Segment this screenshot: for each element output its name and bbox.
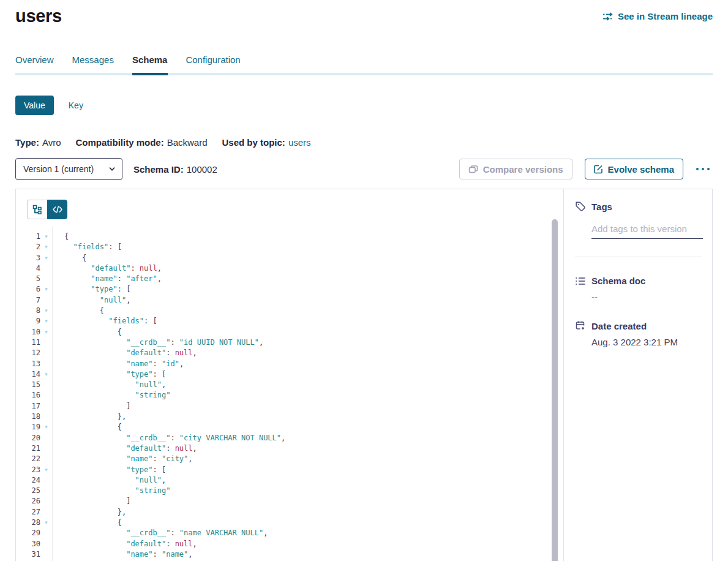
code-line: 27 }, [16, 507, 563, 518]
code-line: 12 "default": null, [16, 348, 563, 358]
edit-icon [594, 165, 603, 174]
tabs-row: OverviewMessagesSchemaConfiguration [15, 55, 713, 73]
key-toggle-button[interactable]: Key [69, 100, 83, 110]
line-number: 20 [16, 433, 40, 443]
fold-arrow-icon[interactable]: ▾ [40, 232, 52, 242]
tab-underline-track [15, 73, 713, 75]
more-actions-button[interactable] [693, 165, 713, 173]
schema-doc-heading: Schema doc [575, 276, 702, 286]
sidebar-divider [575, 257, 702, 257]
schema-editor: 1▾{2▾ "fields": [3▾ {4 "default": null,5… [16, 189, 563, 561]
date-created-heading: Date created [575, 320, 702, 331]
line-number: 24 [16, 475, 40, 486]
line-number: 19 [16, 422, 40, 432]
tags-section: Tags [575, 201, 702, 239]
code-view-button[interactable] [47, 200, 67, 219]
code-line: 30 "default": null, [16, 539, 563, 549]
code-text: "__crdb__": "id UUID NOT NULL", [52, 337, 263, 348]
line-number: 1 [16, 232, 40, 242]
code-text: "default": null, [52, 263, 162, 274]
code-line: 16 "string" [16, 390, 563, 401]
fold-arrow-icon[interactable]: ▾ [40, 306, 52, 316]
code-text: { [52, 306, 104, 316]
line-number: 11 [16, 337, 40, 348]
fold-spacer [40, 486, 52, 496]
tags-heading: Tags [575, 201, 702, 212]
fold-spacer [40, 401, 52, 412]
fold-arrow-icon[interactable]: ▾ [40, 369, 52, 380]
fold-arrow-icon[interactable]: ▾ [40, 518, 52, 528]
schema-doc-value: -- [591, 292, 702, 302]
code-line: 15 "null", [16, 380, 563, 390]
fold-spacer [40, 528, 52, 538]
compare-versions-button[interactable]: Compare versions [459, 159, 572, 179]
fold-spacer [40, 274, 52, 284]
code-text: "name": "city", [52, 454, 193, 464]
fold-arrow-icon[interactable]: ▾ [40, 327, 52, 337]
code-line: 29 "__crdb__": "name VARCHAR NULL", [16, 528, 563, 538]
fold-spacer [40, 496, 52, 506]
version-select[interactable]: Version 1 (current) [15, 158, 122, 180]
tab-configuration[interactable]: Configuration [186, 55, 240, 73]
tab-active-indicator [132, 73, 168, 75]
fold-arrow-icon[interactable]: ▾ [40, 253, 52, 263]
fold-spacer [40, 539, 52, 549]
tree-view-button[interactable] [27, 200, 47, 219]
list-icon [575, 276, 586, 286]
code-text: "string" [52, 390, 170, 401]
fold-arrow-icon[interactable]: ▾ [40, 316, 52, 326]
code-line: 25 "string" [16, 486, 563, 496]
editor-scrollbar-thumb[interactable] [552, 219, 558, 561]
code-line: 4 "default": null, [16, 263, 563, 274]
value-key-toggle: Value Key [15, 96, 713, 115]
fold-spacer [40, 380, 52, 390]
code-line: 20 "__crdb__": "city VARCHAR NOT NULL", [16, 433, 563, 443]
code-line: 19▾ { [16, 422, 563, 432]
code-text: "name": "name", [52, 549, 193, 560]
code-text: "name": "id", [52, 359, 184, 369]
page-title: users [15, 6, 62, 26]
tag-icon [575, 201, 586, 212]
code-line: 24 "null", [16, 475, 563, 486]
line-number: 18 [16, 412, 40, 422]
code-text: ] [52, 401, 130, 412]
fold-arrow-icon[interactable]: ▾ [40, 242, 52, 252]
fold-arrow-icon[interactable]: ▾ [40, 422, 52, 432]
fold-arrow-icon[interactable]: ▾ [40, 465, 52, 475]
code-text: }, [52, 507, 126, 518]
code-text: "name": "after", [52, 274, 162, 284]
fold-spacer [40, 433, 52, 443]
value-toggle-button[interactable]: Value [15, 96, 54, 115]
topic-link[interactable]: users [288, 137, 311, 148]
code-text: }, [52, 412, 126, 422]
editor-view-toggle [27, 200, 67, 219]
evolve-schema-button[interactable]: Evolve schema [585, 159, 683, 179]
code-text: "null", [52, 295, 130, 306]
tab-overview[interactable]: Overview [15, 55, 54, 73]
line-number: 10 [16, 327, 40, 337]
tab-schema[interactable]: Schema [132, 55, 168, 73]
code-text: "default": null, [52, 539, 197, 549]
code-line: 7 "null", [16, 295, 563, 306]
fold-arrow-icon[interactable]: ▾ [40, 284, 52, 295]
code-text: "type": [ [52, 284, 130, 295]
code-text: "default": null, [52, 348, 197, 358]
add-tags-input[interactable] [591, 222, 703, 239]
tab-messages[interactable]: Messages [72, 55, 114, 73]
fold-spacer [40, 549, 52, 560]
line-number: 21 [16, 443, 40, 454]
version-select-wrap: Version 1 (current) [15, 158, 122, 180]
code-line: 22 "name": "city", [16, 454, 563, 464]
code-line: 3▾ { [16, 253, 563, 263]
code-line: 17 ] [16, 401, 563, 412]
line-number: 27 [16, 507, 40, 518]
schema-meta: Type:Avro Compatibility mode:Backward Us… [15, 137, 713, 148]
line-number: 12 [16, 348, 40, 358]
line-number: 6 [16, 284, 40, 295]
code-text: { [52, 422, 122, 432]
see-in-stream-lineage-link[interactable]: See in Stream lineage [602, 11, 713, 21]
line-number: 25 [16, 486, 40, 496]
code-line: 5 "name": "after", [16, 274, 563, 284]
date-created-value: Aug. 3 2022 3:21 PM [591, 337, 702, 347]
line-number: 22 [16, 454, 40, 464]
